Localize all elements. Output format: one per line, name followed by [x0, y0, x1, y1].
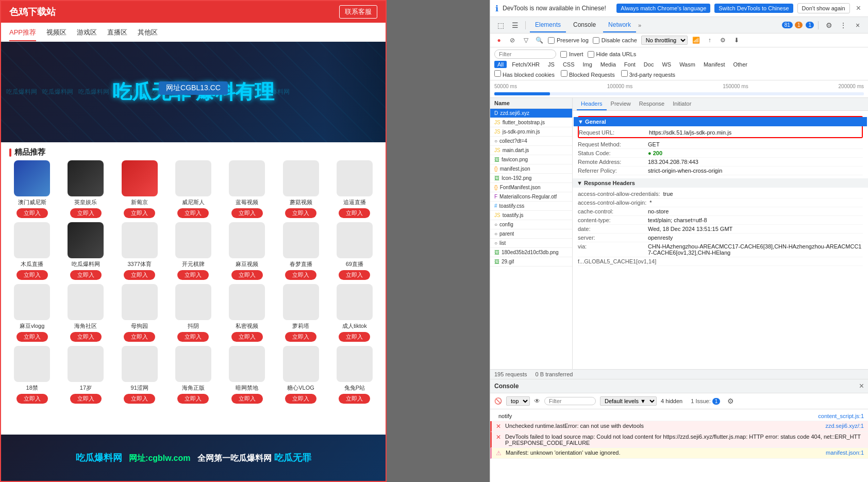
request-list-item[interactable]: JSjs-sdk-pro.min.js: [490, 127, 572, 137]
request-list-item[interactable]: Dzzd.seji6.xyz: [490, 109, 572, 118]
request-list-item[interactable]: 🖼favicon.png: [490, 155, 572, 164]
request-list-item[interactable]: {}manifest.json: [490, 164, 572, 174]
request-list-item[interactable]: JSflutter_bootstrap.js: [490, 118, 572, 127]
filter-css[interactable]: CSS: [560, 61, 578, 68]
more-options-icon[interactable]: ⋮: [837, 19, 849, 31]
third-party-checkbox[interactable]: [621, 70, 628, 77]
preserve-log-checkbox[interactable]: [548, 37, 555, 44]
app-launch-button[interactable]: 立即入: [177, 332, 209, 342]
request-list-item[interactable]: JStoastify.js: [490, 211, 572, 220]
app-launch-button[interactable]: 立即入: [231, 394, 263, 404]
details-tab-preview[interactable]: Preview: [607, 98, 635, 110]
details-tab-initiator[interactable]: Initiator: [669, 98, 695, 110]
console-settings-icon[interactable]: ⚙: [724, 395, 737, 407]
app-launch-button[interactable]: 立即入: [16, 208, 48, 218]
search-icon[interactable]: 🔍: [535, 36, 544, 45]
request-list-item[interactable]: JSmain.dart.js: [490, 146, 572, 155]
app-launch-button[interactable]: 立即入: [339, 394, 370, 404]
console-close-button[interactable]: ×: [859, 381, 864, 391]
request-list-item[interactable]: ○parent: [490, 229, 572, 239]
app-launch-button[interactable]: 立即入: [339, 208, 370, 218]
app-launch-button[interactable]: 立即入: [339, 270, 370, 280]
upload-icon[interactable]: ↑: [705, 36, 714, 45]
app-launch-button[interactable]: 立即入: [70, 208, 102, 218]
filter-js[interactable]: JS: [545, 61, 558, 68]
disable-cache-checkbox[interactable]: [593, 37, 599, 44]
tab-elements[interactable]: Elements: [530, 18, 566, 32]
request-list-item[interactable]: ○collect?dt=4: [490, 137, 572, 146]
app-launch-button[interactable]: 立即入: [285, 270, 316, 280]
app-launch-button[interactable]: 立即入: [177, 394, 209, 404]
request-list-item[interactable]: ○config: [490, 220, 572, 229]
details-tab-headers[interactable]: Headers: [577, 98, 607, 110]
invert-checkbox[interactable]: [560, 51, 567, 58]
blocked-cookies-label[interactable]: Has blocked cookies: [494, 70, 555, 78]
request-list-item[interactable]: 🖼29.gif: [490, 257, 572, 267]
details-tab-response[interactable]: Response: [635, 98, 669, 110]
log-link-3[interactable]: manifest.json:1: [826, 450, 864, 457]
contact-button[interactable]: 联系客服: [339, 5, 377, 19]
preserve-log-label[interactable]: Preserve log: [548, 37, 589, 44]
app-launch-button[interactable]: 立即入: [124, 332, 155, 342]
export-icon[interactable]: ⬇: [732, 36, 741, 45]
nav-tab-other[interactable]: 其他区: [138, 26, 158, 41]
app-launch-button[interactable]: 立即入: [124, 270, 155, 280]
app-launch-button[interactable]: 立即入: [124, 394, 155, 404]
app-launch-button[interactable]: 立即入: [231, 270, 263, 280]
tab-console[interactable]: Console: [568, 18, 601, 32]
request-list-item[interactable]: ○list: [490, 239, 572, 248]
record-icon[interactable]: ●: [494, 36, 504, 45]
app-launch-button[interactable]: 立即入: [70, 270, 102, 280]
app-launch-button[interactable]: 立即入: [70, 394, 102, 404]
nav-tab-live[interactable]: 直播区: [107, 26, 127, 41]
response-headers-title[interactable]: ▼ Response Headers: [573, 178, 868, 188]
filter-media[interactable]: Media: [597, 61, 619, 68]
filter-input[interactable]: [494, 49, 556, 59]
request-list-item[interactable]: 🖼Icon-192.png: [490, 174, 572, 183]
filter-doc[interactable]: Doc: [641, 61, 657, 68]
log-link-1[interactable]: content_script.js:1: [818, 413, 864, 419]
app-launch-button[interactable]: 立即入: [177, 208, 209, 218]
request-list-item[interactable]: 🖼180ed35b2d10cf3db.png: [490, 248, 572, 257]
hide-data-urls-checkbox[interactable]: [588, 51, 594, 58]
app-launch-button[interactable]: 立即入: [231, 208, 263, 218]
app-launch-button[interactable]: 立即入: [124, 208, 155, 218]
more-network-options-icon[interactable]: ⚙: [719, 36, 728, 45]
console-eye-icon[interactable]: 👁: [534, 397, 540, 405]
clear-icon[interactable]: ⊘: [508, 36, 517, 45]
third-party-label[interactable]: 3rd-party requests: [621, 70, 675, 78]
filter-all[interactable]: All: [494, 61, 507, 68]
settings-icon[interactable]: ⚙: [823, 19, 835, 31]
switch-devtools-button[interactable]: Switch DevTools to Chinese: [714, 4, 793, 13]
throttling-select[interactable]: No throttling: [641, 36, 688, 45]
dont-show-again-button[interactable]: Don't show again: [797, 3, 850, 13]
app-launch-button[interactable]: 立即入: [231, 332, 263, 342]
blocked-requests-label[interactable]: Blocked Requests: [561, 70, 615, 78]
device-mode-icon[interactable]: ☰: [509, 19, 521, 31]
disable-cache-label[interactable]: Disable cache: [593, 37, 637, 44]
hide-data-urls-label[interactable]: Hide data URLs: [588, 51, 637, 58]
invert-label[interactable]: Invert: [560, 51, 583, 58]
app-launch-button[interactable]: 立即入: [285, 394, 316, 404]
general-section-title[interactable]: ▼ General: [574, 117, 867, 126]
app-launch-button[interactable]: 立即入: [16, 394, 48, 404]
close-devtools-icon[interactable]: ×: [852, 19, 864, 31]
filter-manifest[interactable]: Manifest: [700, 61, 728, 68]
filter-icon[interactable]: ▽: [521, 36, 530, 45]
request-list-item[interactable]: FMaterialIcons-Regular.otf: [490, 192, 572, 202]
nav-tab-app[interactable]: APP推荐: [9, 26, 36, 41]
default-levels-select[interactable]: Default levels ▼: [600, 396, 657, 406]
console-filter-input[interactable]: [544, 397, 596, 405]
app-launch-button[interactable]: 立即入: [16, 270, 48, 280]
filter-wasm[interactable]: Wasm: [676, 61, 698, 68]
app-launch-button[interactable]: 立即入: [285, 332, 316, 342]
blocked-cookies-checkbox[interactable]: [494, 70, 501, 77]
blocked-requests-checkbox[interactable]: [561, 70, 567, 77]
filter-img[interactable]: Img: [580, 61, 595, 68]
app-launch-button[interactable]: 立即入: [177, 270, 209, 280]
console-clear-icon[interactable]: 🚫: [494, 397, 502, 405]
app-launch-button[interactable]: 立即入: [339, 332, 370, 342]
app-launch-button[interactable]: 立即入: [285, 208, 316, 218]
request-list-item[interactable]: #toastify.css: [490, 202, 572, 211]
app-launch-button[interactable]: 立即入: [16, 332, 48, 342]
